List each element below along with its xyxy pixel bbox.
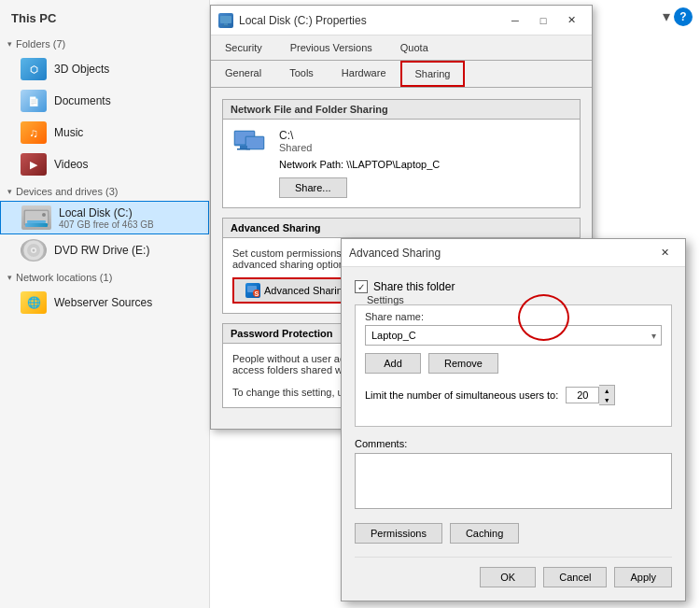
svg-rect-16 bbox=[237, 148, 250, 150]
network-sharing-inner: C:\ Shared Network Path: \\LAPTOP\Laptop… bbox=[223, 120, 580, 207]
properties-title-row: Local Disk (C:) Properties bbox=[218, 13, 367, 28]
cancel-button[interactable]: Cancel bbox=[543, 567, 607, 587]
share-name-select[interactable]: Laptop_C bbox=[365, 325, 662, 346]
sidebar: This PC ▾ Folders (7) ⬡ 3D Objects 📄 Doc… bbox=[0, 0, 210, 608]
remove-button[interactable]: Remove bbox=[428, 353, 498, 374]
explorer-title: This PC bbox=[0, 7, 209, 33]
minimize-button[interactable]: ─ bbox=[502, 11, 528, 30]
svg-rect-2 bbox=[27, 220, 46, 223]
add-button[interactable]: Add bbox=[365, 353, 421, 374]
svg-point-7 bbox=[33, 249, 35, 252]
disk-info: Local Disk (C:) 407 GB free of 463 GB bbox=[59, 206, 154, 230]
svg-rect-14 bbox=[246, 137, 263, 148]
adv-dialog-content: ✓ Share this folder Settings Share name:… bbox=[342, 267, 685, 601]
window-controls: ─ □ ✕ bbox=[502, 11, 584, 30]
sidebar-item-dvd[interactable]: DVD RW Drive (E:) bbox=[0, 234, 209, 266]
sidebar-item-videos[interactable]: ▶ Videos bbox=[0, 148, 209, 180]
settings-legend: Settings bbox=[363, 294, 408, 305]
tab-quota[interactable]: Quota bbox=[386, 35, 442, 60]
spin-down-button[interactable]: ▼ bbox=[599, 395, 614, 404]
comments-label: Comments: bbox=[355, 438, 672, 449]
advanced-btn-icon: S bbox=[245, 283, 260, 298]
permissions-caching-row: Permissions Caching bbox=[355, 523, 672, 544]
music-icon: ♫ bbox=[21, 121, 47, 144]
limit-input[interactable] bbox=[566, 387, 599, 403]
devices-section[interactable]: ▾ Devices and drives (3) bbox=[0, 180, 209, 201]
sidebar-item-local-disk[interactable]: Local Disk (C:) 407 GB free of 463 GB bbox=[0, 201, 209, 234]
chevron-down-icon: ▾ bbox=[7, 39, 12, 49]
share-folder-row[interactable]: ✓ Share this folder bbox=[355, 280, 672, 293]
local-disk-icon bbox=[21, 205, 51, 230]
caching-button[interactable]: Caching bbox=[450, 523, 519, 544]
adv-dialog-titlebar: Advanced Sharing ✕ bbox=[342, 239, 685, 267]
adv-dialog-close-button[interactable]: ✕ bbox=[651, 244, 678, 262]
help-button[interactable]: ? bbox=[674, 7, 693, 26]
sidebar-item-3d-objects[interactable]: ⬡ 3D Objects bbox=[0, 53, 209, 85]
limit-spinner: ▲ ▼ bbox=[566, 385, 615, 405]
sidebar-item-documents[interactable]: 📄 Documents bbox=[0, 85, 209, 117]
svg-rect-8 bbox=[220, 16, 231, 23]
sidebar-item-music[interactable]: ♫ Music bbox=[0, 117, 209, 148]
svg-rect-15 bbox=[240, 146, 247, 148]
svg-point-3 bbox=[42, 213, 46, 217]
add-remove-row: Add Remove bbox=[365, 353, 662, 374]
comments-textarea[interactable] bbox=[355, 453, 672, 509]
sharing-computer-icon bbox=[232, 129, 270, 162]
limit-row: Limit the number of simultaneous users t… bbox=[365, 385, 662, 405]
sharing-details: C:\ Shared Network Path: \\LAPTOP\Laptop… bbox=[279, 129, 570, 198]
settings-inner: Share name: Laptop_C ▾ Add Remove Limit … bbox=[356, 305, 671, 426]
tab-tools[interactable]: Tools bbox=[275, 61, 328, 87]
advanced-sharing-dialog: Advanced Sharing ✕ ✓ Share this folder S… bbox=[341, 238, 686, 601]
network-sharing-section: Network File and Folder Sharing bbox=[222, 99, 581, 208]
dialog-bottom-buttons: OK Cancel Apply bbox=[355, 557, 672, 587]
network-section[interactable]: ▾ Network locations (1) bbox=[0, 266, 209, 287]
adv-dialog-title: Advanced Sharing bbox=[349, 247, 441, 260]
spin-up-button[interactable]: ▲ bbox=[599, 386, 614, 395]
spinner-buttons: ▲ ▼ bbox=[599, 385, 615, 405]
ok-button[interactable]: OK bbox=[480, 567, 536, 587]
limit-label: Limit the number of simultaneous users t… bbox=[365, 389, 558, 401]
share-folder-label: Share this folder bbox=[373, 280, 455, 293]
tab-previous-versions[interactable]: Previous Versions bbox=[276, 35, 386, 60]
chevron-down-icon-2: ▾ bbox=[7, 187, 12, 196]
properties-tabs-row1: Security Previous Versions Quota bbox=[211, 35, 592, 61]
properties-window-icon bbox=[218, 13, 233, 28]
apply-button[interactable]: Apply bbox=[614, 567, 672, 587]
sharing-info-row: C:\ Shared Network Path: \\LAPTOP\Laptop… bbox=[232, 129, 570, 198]
share-name-label: Share name: bbox=[365, 311, 662, 322]
videos-icon: ▶ bbox=[21, 153, 47, 176]
svg-rect-10 bbox=[222, 25, 230, 26]
advanced-sharing-title: Advanced Sharing bbox=[223, 219, 580, 238]
share-folder-checkbox[interactable]: ✓ bbox=[355, 280, 368, 293]
properties-window-title: Local Disk (C:) Properties bbox=[239, 14, 367, 27]
properties-titlebar: Local Disk (C:) Properties ─ □ ✕ bbox=[211, 6, 592, 35]
network-sharing-title: Network File and Folder Sharing bbox=[223, 100, 580, 120]
svg-rect-9 bbox=[224, 23, 228, 25]
properties-tabs-row2: General Tools Hardware Sharing bbox=[211, 61, 592, 88]
tab-sharing[interactable]: Sharing bbox=[400, 61, 466, 87]
maximize-button[interactable]: □ bbox=[530, 11, 556, 30]
documents-icon: 📄 bbox=[21, 90, 47, 112]
webserver-icon: 🌐 bbox=[21, 291, 47, 314]
permissions-button[interactable]: Permissions bbox=[355, 523, 442, 544]
settings-group: Settings Share name: Laptop_C ▾ Add Remo… bbox=[355, 304, 672, 427]
share-name-select-wrapper: Laptop_C ▾ bbox=[365, 325, 662, 346]
dvd-icon bbox=[21, 239, 47, 262]
svg-text:S: S bbox=[255, 290, 259, 297]
sidebar-item-webserver[interactable]: 🌐 Webserver Sources bbox=[0, 287, 209, 318]
close-button[interactable]: ✕ bbox=[558, 11, 584, 30]
tab-general[interactable]: General bbox=[211, 61, 275, 87]
3d-objects-icon: ⬡ bbox=[21, 58, 47, 80]
network-path: Network Path: \\LAPTOP\Laptop_C bbox=[279, 159, 570, 170]
tab-security[interactable]: Security bbox=[211, 35, 276, 60]
folders-section[interactable]: ▾ Folders (7) bbox=[0, 33, 209, 53]
chevron-down-icon-3: ▾ bbox=[7, 273, 12, 282]
share-button[interactable]: Share... bbox=[279, 177, 347, 198]
tab-hardware[interactable]: Hardware bbox=[328, 61, 400, 87]
nav-chevron[interactable]: ▾ bbox=[663, 7, 670, 25]
